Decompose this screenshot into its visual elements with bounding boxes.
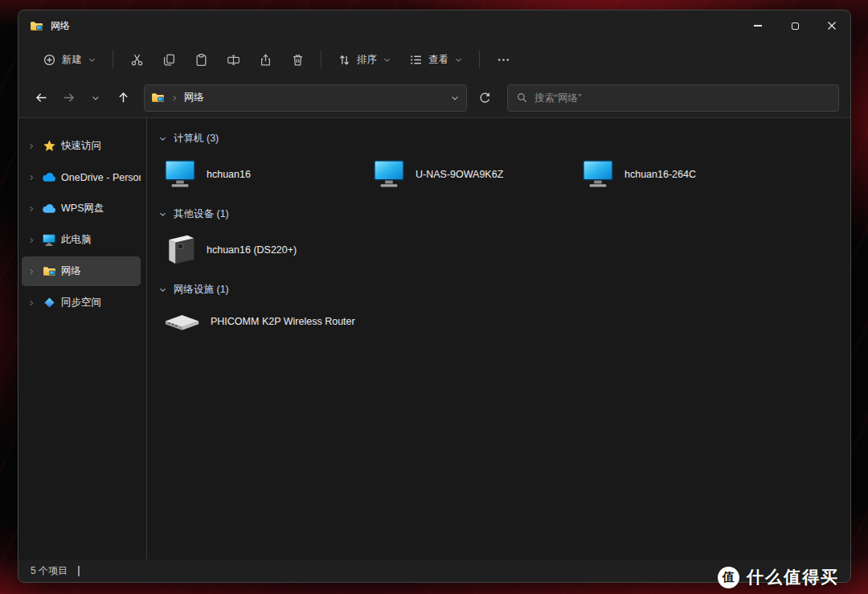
this-pc-icon bbox=[41, 234, 57, 247]
close-button[interactable] bbox=[813, 10, 850, 41]
router-device-icon bbox=[163, 312, 201, 332]
maximize-icon bbox=[792, 23, 799, 30]
sort-icon bbox=[338, 53, 351, 67]
sort-button[interactable]: 排序 bbox=[330, 47, 399, 72]
new-button-label: 新建 bbox=[62, 53, 82, 67]
recent-locations-button[interactable] bbox=[83, 85, 108, 111]
view-button-label: 查看 bbox=[428, 53, 448, 67]
chevron-right-icon bbox=[25, 205, 37, 213]
computer-monitor-icon bbox=[163, 159, 197, 190]
sidebar-item-wps-cloud[interactable]: WPS网盘 bbox=[22, 194, 141, 223]
view-options-icon bbox=[409, 53, 423, 67]
view-button[interactable]: 查看 bbox=[401, 47, 471, 72]
chevron-down-icon bbox=[158, 134, 167, 143]
copy-button[interactable] bbox=[154, 46, 184, 73]
address-path-segment[interactable]: 网络 bbox=[184, 91, 204, 104]
sidebar-item-label: WPS网盘 bbox=[61, 202, 104, 215]
navigation-pane: 快速访问 OneDrive - Persona WPS网盘 bbox=[18, 118, 147, 559]
search-input[interactable] bbox=[534, 92, 830, 104]
refresh-button[interactable] bbox=[471, 84, 498, 112]
chevron-right-icon bbox=[25, 268, 37, 276]
delete-button[interactable] bbox=[282, 46, 313, 73]
toolbar-divider bbox=[113, 51, 113, 68]
up-arrow-icon bbox=[117, 91, 130, 104]
trash-icon bbox=[291, 53, 305, 67]
toolbar-divider bbox=[479, 51, 480, 68]
star-icon bbox=[41, 139, 57, 153]
nas-device-item[interactable]: hchuan16 (DS220+) bbox=[158, 227, 367, 272]
network-folder-icon bbox=[41, 265, 57, 277]
cut-icon bbox=[130, 53, 144, 67]
item-name: hchuan16 bbox=[207, 169, 251, 180]
network-folder-icon bbox=[151, 92, 165, 104]
forward-button[interactable] bbox=[55, 85, 81, 111]
refresh-icon bbox=[478, 92, 491, 104]
sync-space-icon bbox=[41, 297, 57, 309]
sidebar-item-sync-space[interactable]: 同步空间 bbox=[22, 288, 141, 317]
group-items-other-devices: hchuan16 (DS220+) bbox=[158, 227, 850, 272]
computer-monitor-icon bbox=[372, 159, 406, 190]
command-bar: 新建 bbox=[18, 41, 850, 78]
explorer-window: 网络 新建 bbox=[18, 10, 851, 583]
more-options-button[interactable] bbox=[488, 46, 518, 73]
sidebar-item-this-pc[interactable]: 此电脑 bbox=[22, 225, 141, 255]
network-computer-item[interactable]: U-NAS-9OWA9K6Z bbox=[367, 152, 576, 197]
navigation-bar: 网络 bbox=[18, 78, 850, 118]
group-title: 网络设施 (1) bbox=[174, 283, 229, 297]
address-bar[interactable]: 网络 bbox=[144, 84, 467, 112]
maximize-button[interactable] bbox=[776, 10, 813, 41]
item-name: PHICOMM K2P Wireless Router bbox=[211, 316, 355, 327]
router-device-item[interactable]: PHICOMM K2P Wireless Router bbox=[158, 303, 367, 340]
cut-button[interactable] bbox=[121, 46, 152, 73]
network-computer-item[interactable]: hchuan16-264C bbox=[576, 152, 785, 197]
search-box[interactable] bbox=[507, 84, 839, 112]
rename-button[interactable] bbox=[218, 46, 248, 73]
group-title: 计算机 (3) bbox=[174, 132, 219, 145]
sidebar-item-quick-access[interactable]: 快速访问 bbox=[22, 131, 141, 161]
item-name: hchuan16 (DS220+) bbox=[207, 244, 297, 256]
new-button[interactable]: 新建 bbox=[35, 47, 104, 72]
sidebar-item-network[interactable]: 网络 bbox=[22, 256, 141, 286]
chevron-down-icon bbox=[158, 285, 167, 294]
sidebar-item-onedrive[interactable]: OneDrive - Persona bbox=[22, 162, 141, 192]
paste-button[interactable] bbox=[186, 46, 216, 73]
smzdm-watermark: 值 什么值得买 bbox=[718, 566, 839, 588]
group-header-network-infrastructure[interactable]: 网络设施 (1) bbox=[158, 279, 850, 300]
minimize-button[interactable] bbox=[739, 10, 776, 41]
group-header-other-devices[interactable]: 其他设备 (1) bbox=[158, 203, 850, 224]
up-button[interactable] bbox=[110, 85, 136, 111]
group-items-computers: hchuan16 U-NAS-9OWA9K6Z bbox=[158, 152, 850, 197]
chevron-right-icon bbox=[170, 94, 178, 102]
computer-monitor-icon bbox=[581, 159, 615, 190]
item-name: U-NAS-9OWA9K6Z bbox=[416, 169, 503, 180]
wps-cloud-icon bbox=[41, 203, 57, 214]
group-title: 其他设备 (1) bbox=[174, 207, 229, 221]
chevron-down-icon bbox=[383, 55, 391, 64]
title-bar[interactable]: 网络 bbox=[18, 10, 850, 41]
forward-arrow-icon bbox=[62, 91, 76, 104]
items-view: 计算机 (3) hchuan16 bbox=[147, 118, 850, 559]
status-bar-divider bbox=[78, 566, 80, 576]
smzdm-watermark-text: 什么值得买 bbox=[747, 566, 839, 588]
copy-icon bbox=[162, 53, 176, 67]
network-computer-item[interactable]: hchuan16 bbox=[158, 152, 367, 197]
paste-icon bbox=[194, 53, 208, 67]
chevron-down-icon bbox=[158, 210, 167, 219]
back-button[interactable] bbox=[28, 85, 54, 111]
chevron-right-icon bbox=[25, 174, 37, 182]
smzdm-logo-icon: 值 bbox=[718, 567, 739, 588]
rename-icon bbox=[227, 53, 240, 67]
sidebar-item-label: 此电脑 bbox=[61, 233, 92, 247]
address-dropdown-chevron-icon[interactable] bbox=[450, 93, 460, 103]
sort-button-label: 排序 bbox=[357, 53, 377, 67]
more-options-icon bbox=[497, 53, 510, 67]
share-button[interactable] bbox=[250, 46, 280, 73]
chevron-right-icon bbox=[25, 236, 37, 244]
item-count-label: 5 个项目 bbox=[31, 564, 68, 578]
item-name: hchuan16-264C bbox=[624, 169, 696, 180]
group-header-computers[interactable]: 计算机 (3) bbox=[158, 128, 850, 149]
window-title: 网络 bbox=[51, 19, 70, 33]
share-icon bbox=[259, 53, 272, 67]
chevron-down-icon bbox=[454, 55, 463, 64]
chevron-right-icon bbox=[25, 142, 37, 150]
